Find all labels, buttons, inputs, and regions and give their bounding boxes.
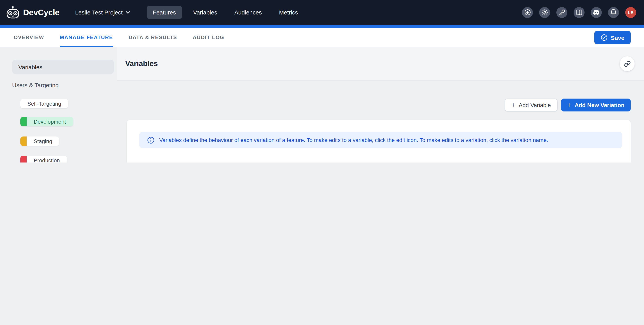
staging-color-bar: [20, 136, 26, 146]
environment-list: Self-Targeting Development Staging: [20, 88, 118, 162]
api-keys-button[interactable]: [556, 7, 567, 18]
main-panel: Variables + Add Variable +: [118, 47, 644, 162]
nav-item-features[interactable]: Features: [147, 6, 182, 19]
check-circle-icon: [600, 34, 608, 41]
copy-section-link-button[interactable]: [620, 56, 634, 71]
tab-overview[interactable]: OVERVIEW: [14, 28, 44, 47]
info-icon: [147, 136, 154, 144]
environment-label: Development: [26, 117, 73, 126]
key-icon: [558, 9, 565, 16]
plus-icon: +: [511, 102, 515, 108]
variables-card: Variables define the behaviour of each v…: [127, 120, 631, 162]
docs-button[interactable]: [574, 7, 584, 18]
devcycle-logo[interactable]: DevCycle: [6, 6, 60, 19]
user-avatar[interactable]: LE: [625, 7, 636, 18]
sidebar-item-users-targeting[interactable]: Users & Targeting: [12, 82, 118, 88]
plus-icon: +: [567, 102, 571, 108]
save-button[interactable]: Save: [594, 31, 631, 44]
add-variable-label: Add Variable: [519, 102, 551, 108]
sidebar-item-development[interactable]: Development: [20, 117, 73, 126]
chevron-down-icon: [126, 11, 130, 14]
notifications-button[interactable]: [608, 7, 619, 18]
top-nav-actions: LE: [522, 7, 636, 18]
devcycle-app: DevCycle Leslie Test Project Features Va…: [0, 0, 644, 162]
accent-progress-bar: [0, 25, 644, 28]
environment-label: Self-Targeting: [20, 99, 68, 108]
production-color-bar: [20, 156, 26, 162]
plus-circle-icon: [524, 9, 531, 16]
add-variable-button[interactable]: + Add Variable: [505, 99, 558, 111]
brand-wordmark: DevCycle: [23, 8, 60, 17]
nav-item-audiences[interactable]: Audiences: [228, 6, 268, 19]
page-title: Variables: [125, 59, 158, 68]
feature-sidebar: Variables Users & Targeting Self-Targeti…: [0, 47, 118, 162]
section-header: Variables: [118, 47, 644, 81]
info-banner: Variables define the behaviour of each v…: [139, 132, 622, 148]
tab-data-results[interactable]: DATA & RESULTS: [128, 28, 177, 47]
link-icon: [624, 60, 630, 67]
info-banner-text: Variables define the behaviour of each v…: [159, 137, 548, 143]
project-selector-label: Leslie Test Project: [75, 9, 123, 16]
gear-icon: [541, 9, 548, 16]
tab-audit-log[interactable]: AUDIT LOG: [193, 28, 224, 47]
save-button-label: Save: [611, 34, 624, 41]
variable-actions: + Add Variable + Add New Variation: [118, 99, 631, 111]
robot-logo-icon: [6, 6, 20, 19]
primary-nav-menu: Features Variables Audiences Metrics: [147, 6, 304, 19]
sidebar-item-self-targeting[interactable]: Self-Targeting: [20, 99, 68, 108]
nav-item-metrics[interactable]: Metrics: [273, 6, 304, 19]
environment-label: Production: [26, 156, 67, 162]
discord-icon: [593, 9, 600, 15]
avatar-initials: LE: [628, 10, 634, 15]
environment-label: Staging: [26, 136, 59, 146]
discord-button[interactable]: [591, 7, 602, 18]
book-icon: [576, 9, 582, 15]
development-color-bar: [20, 117, 26, 126]
sidebar-item-variables[interactable]: Variables: [12, 60, 114, 74]
content-area: Variables Users & Targeting Self-Targeti…: [0, 47, 644, 162]
settings-button[interactable]: [539, 7, 550, 18]
sidebar-item-production[interactable]: Production: [20, 156, 67, 162]
add-new-variation-button[interactable]: + Add New Variation: [561, 99, 631, 111]
top-nav: DevCycle Leslie Test Project Features Va…: [0, 0, 644, 25]
nav-item-variables[interactable]: Variables: [187, 6, 223, 19]
project-selector[interactable]: Leslie Test Project: [75, 9, 130, 16]
bell-icon: [610, 9, 616, 16]
create-button[interactable]: [522, 7, 533, 18]
add-new-variation-label: Add New Variation: [574, 102, 624, 108]
feature-tab-bar: OVERVIEW MANAGE FEATURE DATA & RESULTS A…: [0, 28, 644, 47]
tab-manage-feature[interactable]: MANAGE FEATURE: [60, 28, 113, 47]
sidebar-item-staging[interactable]: Staging: [20, 136, 59, 146]
